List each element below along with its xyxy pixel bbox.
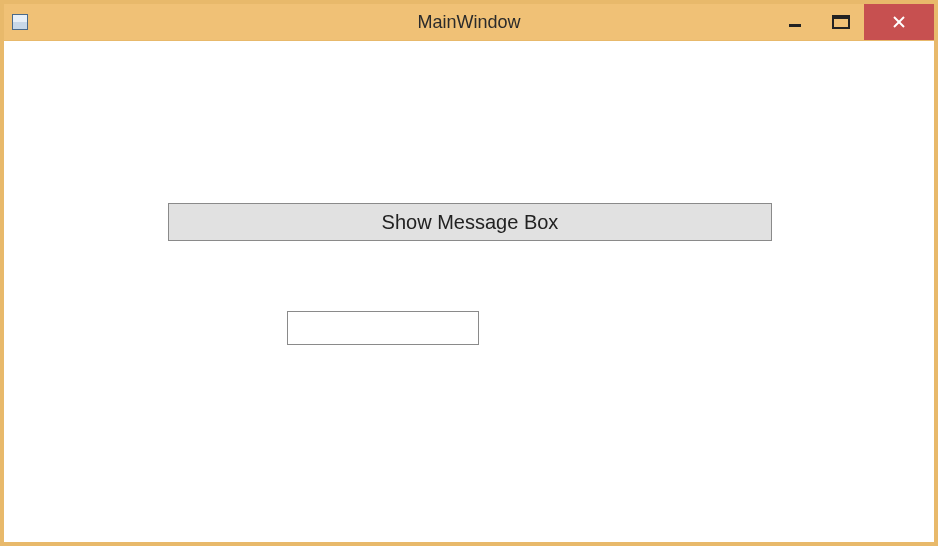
minimize-icon <box>788 15 802 29</box>
maximize-button[interactable] <box>818 4 864 40</box>
minimize-button[interactable] <box>772 4 818 40</box>
window-control-buttons <box>772 4 934 40</box>
app-icon <box>12 14 28 30</box>
svg-rect-0 <box>789 24 801 27</box>
maximize-icon <box>832 15 850 29</box>
close-icon <box>892 15 906 29</box>
show-message-box-button[interactable]: Show Message Box <box>168 203 772 241</box>
main-window: MainWindow Show Message Box <box>0 0 938 546</box>
client-area: Show Message Box <box>4 40 934 542</box>
close-button[interactable] <box>864 4 934 40</box>
svg-rect-2 <box>833 16 849 19</box>
text-input[interactable] <box>287 311 479 345</box>
titlebar[interactable]: MainWindow <box>4 4 934 40</box>
